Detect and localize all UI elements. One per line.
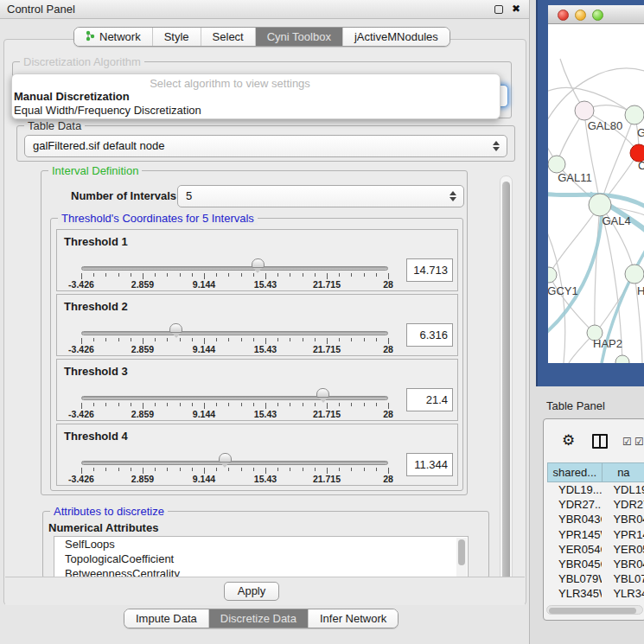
gear-icon[interactable]: ⚙ <box>562 431 575 449</box>
slider-track[interactable] <box>81 461 388 465</box>
tab-label: Cyni Toolbox <box>267 30 331 43</box>
table-cell[interactable]: YBL07 <box>602 571 644 586</box>
threshold-slider[interactable]: -3.4262.8599.14415.4321.71528 <box>81 424 388 487</box>
threshold-value-field[interactable]: 21.4 <box>406 388 453 411</box>
panel-scrollbar[interactable] <box>500 175 513 601</box>
slider-tick <box>388 273 389 279</box>
tab-discretize-data[interactable]: Discretize Data <box>208 609 308 628</box>
number-of-intervals-combo[interactable]: 5 <box>177 185 464 207</box>
network-canvas[interactable]: GAL80 GA C GAL11 GAL4 GCY1 H HAP2 <box>548 24 644 363</box>
table-cell[interactable]: YDL19... <box>547 482 602 497</box>
table-cell[interactable]: YPR14 <box>602 527 644 542</box>
slider-tick <box>303 338 303 341</box>
slider-tick <box>303 468 303 471</box>
slider-tick <box>143 403 143 409</box>
slider-tick <box>315 468 316 471</box>
checkbox-icon[interactable]: ☑ <box>622 436 632 448</box>
table-cell[interactable]: YIL05 <box>602 602 644 603</box>
slider-tick <box>204 468 205 474</box>
minimize-traffic-light-icon[interactable] <box>575 10 586 21</box>
attributes-list-scrollbar[interactable] <box>456 538 467 579</box>
slider-tick-label: 9.144 <box>193 409 215 419</box>
table-cell[interactable]: YBR04 <box>602 557 644 571</box>
slider-tick <box>131 273 131 277</box>
slider-thumb[interactable] <box>219 453 232 462</box>
table-row[interactable]: YDL19...YDL19 <box>547 482 644 497</box>
slider-thumb[interactable] <box>169 323 182 333</box>
threshold-value-field[interactable]: 14.713 <box>406 258 453 282</box>
tab-network[interactable]: Network <box>74 28 152 46</box>
column-view-icon[interactable] <box>592 434 608 449</box>
attribute-list-item[interactable]: SelfLoops <box>54 537 468 552</box>
slider-tick <box>303 403 303 406</box>
tab-select[interactable]: Select <box>201 28 255 46</box>
algorithm-option-manual[interactable]: Manual Discretization <box>14 90 130 103</box>
tab-impute-data[interactable]: Impute Data <box>124 609 208 628</box>
table-cell[interactable]: YBR043C <box>547 512 602 526</box>
tab-style[interactable]: Style <box>152 28 201 46</box>
table-cell[interactable]: YDR27... <box>547 497 602 512</box>
close-traffic-light-icon[interactable] <box>558 10 569 21</box>
table-cell[interactable]: YDL19 <box>602 482 644 497</box>
table-row[interactable]: YDR27...YDR27 <box>547 497 644 512</box>
node-bottom <box>615 355 629 363</box>
network-window-titlebar[interactable] <box>548 5 644 24</box>
table-data-combo[interactable]: galFiltered.sif default node <box>24 135 507 157</box>
threshold-value-field[interactable]: 6.316 <box>406 323 453 347</box>
table-row[interactable]: YER054CYER05 <box>547 542 644 557</box>
apply-button[interactable]: Apply <box>224 582 279 601</box>
table-cell[interactable]: YLR345W <box>547 586 602 601</box>
tab-label: Impute Data <box>136 612 197 625</box>
slider-tick <box>81 273 82 279</box>
table-panel: ⚙ ☑ ☑ shared...na YDL19...YDL19YDR27...Y… <box>543 418 644 621</box>
slider-tick <box>388 468 389 474</box>
table-cell[interactable]: YBL079W <box>547 571 602 586</box>
table-column-header[interactable]: na <box>603 462 644 482</box>
table-row[interactable]: YLR345WYLR34 <box>547 586 644 601</box>
slider-tick <box>351 338 352 341</box>
float-window-icon[interactable] <box>494 5 503 14</box>
table-cell[interactable]: YBR04 <box>602 512 644 526</box>
control-panel-titlebar[interactable]: Control Panel ✖ <box>0 0 529 19</box>
group-title: Attributes to discretize <box>50 505 168 518</box>
algorithm-option-equal-width[interactable]: Equal Width/Frequency Discretization <box>14 104 201 117</box>
slider-tick <box>241 338 242 341</box>
table-column-header[interactable]: shared... <box>547 462 603 482</box>
threshold-slider[interactable]: -3.4262.8599.14415.4321.71528 <box>81 295 388 357</box>
close-icon[interactable]: ✖ <box>512 3 520 15</box>
slider-track[interactable] <box>81 331 388 335</box>
table-row[interactable]: YPR145WYPR14 <box>547 527 644 542</box>
table-row[interactable]: YBL079WYBL07 <box>547 571 644 586</box>
threshold-slider[interactable]: -3.4262.8599.14415.4321.71528 <box>81 230 388 292</box>
slider-track[interactable] <box>81 266 388 271</box>
threshold-value-field[interactable]: 11.344 <box>406 453 453 476</box>
table-cell[interactable]: YER054C <box>547 542 602 557</box>
checkbox-icon[interactable]: ☑ <box>634 436 644 448</box>
zoom-traffic-light-icon[interactable] <box>592 10 603 21</box>
table-cell[interactable]: YER05 <box>602 542 644 557</box>
table-row[interactable]: YIL052CYIL05 <box>547 602 644 603</box>
attribute-list-item[interactable]: TopologicalCoefficient <box>54 552 468 566</box>
table-cell[interactable]: YIL052C <box>547 602 602 603</box>
table-cell[interactable]: YDR27 <box>602 497 644 512</box>
network-nodes[interactable] <box>548 101 644 363</box>
table-row[interactable]: YBR043CYBR04 <box>547 512 644 526</box>
slider-track[interactable] <box>81 396 388 400</box>
slider-tick <box>155 338 156 341</box>
table-cell[interactable]: YBR045C <box>547 557 602 571</box>
table-row[interactable]: YBR045CYBR04 <box>547 557 644 571</box>
node-label: GAL80 <box>588 119 622 132</box>
table-horizontal-scrollbar[interactable] <box>546 605 643 615</box>
tab-jactivemnodules[interactable]: jActiveMNodules <box>342 28 450 46</box>
slider-thumb[interactable] <box>252 258 265 268</box>
slider-tick <box>167 403 168 406</box>
numerical-attributes-list[interactable]: SelfLoopsTopologicalCoefficientBetweenne… <box>54 536 469 579</box>
algorithm-placeholder: Select algorithm to view settings <box>12 77 448 90</box>
slider-thumb[interactable] <box>316 388 329 398</box>
slider-tick <box>388 338 389 344</box>
tab-infer-network[interactable]: Infer Network <box>308 609 398 628</box>
table-cell[interactable]: YPR145W <box>547 527 602 542</box>
table-cell[interactable]: YLR34 <box>602 586 644 601</box>
tab-cyni-toolbox[interactable]: Cyni Toolbox <box>255 28 342 46</box>
threshold-slider[interactable]: -3.4262.8599.14415.4321.71528 <box>81 360 388 422</box>
